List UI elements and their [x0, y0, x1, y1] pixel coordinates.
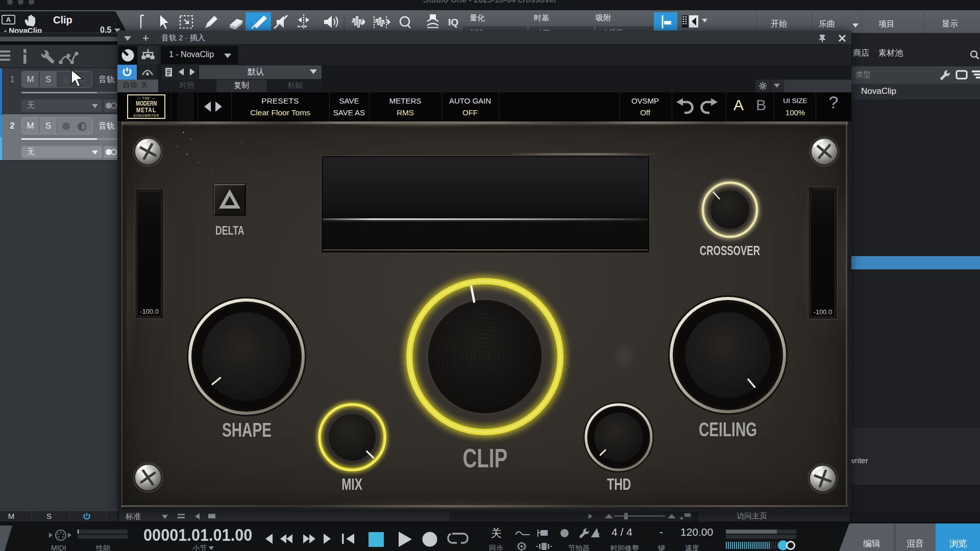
svg-text:IQ: IQ: [448, 17, 458, 28]
